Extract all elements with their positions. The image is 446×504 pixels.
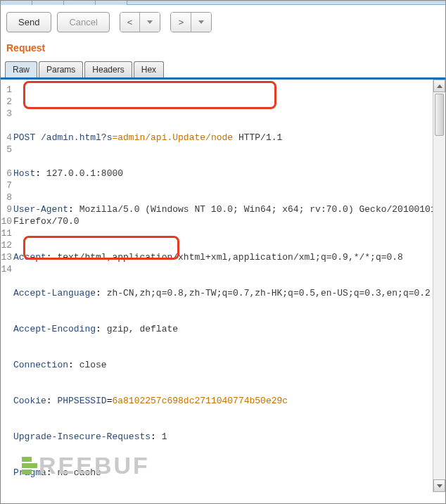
history-back-group: < xyxy=(120,12,161,32)
watermark: REEBUF xyxy=(22,452,150,479)
tab-raw[interactable]: Raw xyxy=(5,61,37,78)
chevron-up-icon xyxy=(437,84,442,88)
line-gutter: 1234567891011121314 xyxy=(1,80,13,492)
raw-editor-wrap: 1234567891011121314 POST /admin.html?s=a… xyxy=(1,78,445,492)
annotation-box-request-line xyxy=(23,81,276,109)
history-back-button[interactable]: < xyxy=(120,13,140,32)
history-back-menu[interactable] xyxy=(139,13,160,32)
tab-params[interactable]: Params xyxy=(39,61,83,77)
send-button[interactable]: Send xyxy=(6,12,51,32)
watermark-text: REEBUF xyxy=(39,452,150,479)
tab-headers[interactable]: Headers xyxy=(84,61,132,77)
history-forward-button[interactable]: > xyxy=(171,13,191,32)
chevron-down-icon xyxy=(198,20,204,24)
section-title-request: Request xyxy=(1,41,445,61)
raw-editor[interactable]: 1234567891011121314 POST /admin.html?s=a… xyxy=(1,80,445,492)
toolbar: Send Cancel < > xyxy=(1,5,445,41)
cancel-button[interactable]: Cancel xyxy=(57,12,109,32)
scroll-thumb[interactable] xyxy=(435,94,444,136)
request-tabs: Raw Params Headers Hex xyxy=(1,61,445,78)
history-forward-menu[interactable] xyxy=(191,13,211,32)
raw-code[interactable]: POST /admin.html?s=admin/api.Update/node… xyxy=(13,80,445,492)
scroll-up-button[interactable] xyxy=(433,80,445,92)
scroll-down-button[interactable] xyxy=(433,479,445,492)
chevron-down-icon xyxy=(147,20,153,24)
watermark-logo-icon xyxy=(22,457,37,474)
history-forward-group: > xyxy=(170,12,212,32)
chevron-down-icon xyxy=(437,484,442,488)
tab-hex[interactable]: Hex xyxy=(134,61,164,77)
vertical-scrollbar[interactable] xyxy=(433,80,445,492)
